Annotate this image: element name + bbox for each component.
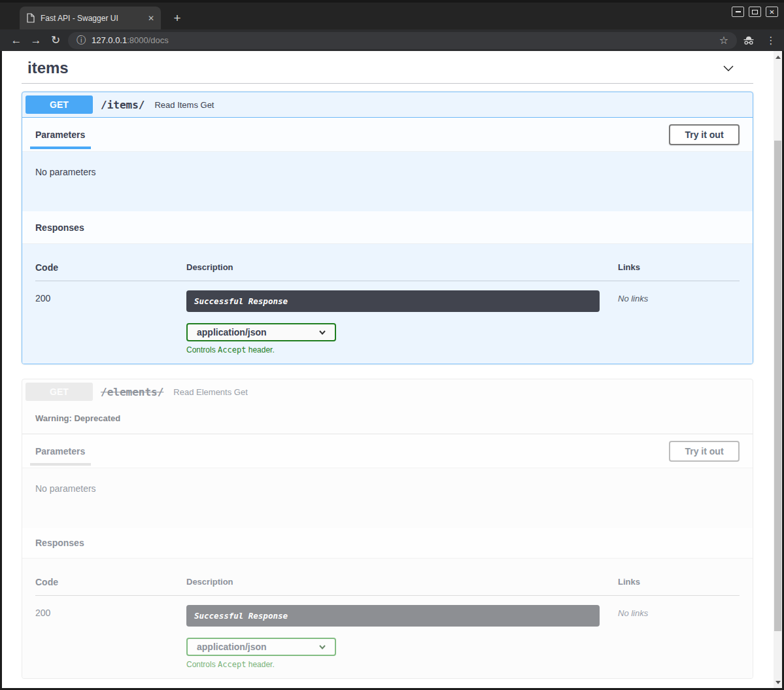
reload-icon[interactable]: ↻ [46, 35, 65, 46]
parameters-header: Parameters Try it out [22, 118, 753, 152]
response-links: No links [618, 605, 740, 618]
media-type-row: application/json Controls Accept header. [186, 638, 618, 669]
code-column-header: Code [35, 577, 186, 587]
chevron-down-icon [318, 642, 327, 651]
links-column-header: Links [618, 262, 740, 273]
url-host: 127.0.0.1 [92, 35, 127, 45]
controls-note-suffix: header. [246, 660, 274, 669]
try-it-out-button[interactable]: Try it out [669, 124, 740, 145]
media-type-value: application/json [197, 642, 267, 652]
no-parameters-text: No parameters [22, 468, 753, 528]
try-it-out-button[interactable]: Try it out [669, 441, 740, 462]
controls-note-accept: Accept [218, 345, 246, 354]
responses-title: Responses [35, 222, 84, 233]
page-content: items GET /items/ Read Items Get Paramet… [2, 51, 782, 688]
maximize-button[interactable] [749, 7, 761, 17]
controls-note-accept: Accept [218, 660, 246, 669]
minimize-icon [736, 11, 741, 12]
endpoint-path: /items/ [101, 99, 145, 111]
responses-title: Responses [35, 538, 84, 548]
parameters-tab-indicator [30, 147, 91, 149]
window-controls: ✕ [732, 7, 778, 17]
method-badge: GET [26, 95, 93, 114]
parameters-header: Parameters Try it out [22, 434, 753, 468]
code-column-header: Code [35, 262, 186, 273]
collapse-section-icon[interactable] [721, 60, 736, 76]
response-row: 200 Successful Response application/json [35, 596, 740, 669]
controls-accept-note: Controls Accept header. [186, 345, 618, 354]
controls-accept-note: Controls Accept header. [186, 660, 618, 669]
response-links: No links [618, 290, 740, 303]
browser-menu-icon[interactable]: ⋮ [764, 35, 777, 46]
response-code: 200 [35, 290, 186, 303]
parameters-title: Parameters [35, 446, 85, 457]
response-description: Successful Response [186, 605, 600, 627]
controls-note-suffix: header. [246, 345, 274, 354]
responses-table-header: Code Description Links [35, 253, 740, 281]
tab-close-icon[interactable]: ✕ [148, 14, 154, 23]
description-column-header: Description [186, 577, 618, 587]
response-description-cell: Successful Response application/json [186, 290, 618, 354]
responses-header: Responses [22, 211, 753, 244]
swagger-page: items GET /items/ Read Items Get Paramet… [2, 51, 774, 688]
tag-title: items [27, 59, 69, 77]
scrollbar-thumb[interactable] [774, 141, 781, 631]
opblock-get-items: GET /items/ Read Items Get Parameters Tr… [22, 92, 753, 364]
media-type-select[interactable]: application/json [186, 638, 336, 656]
response-description: Successful Response [186, 290, 600, 312]
url-path: :8000/docs [127, 35, 169, 45]
back-icon[interactable]: ← [7, 35, 26, 46]
media-type-row: application/json Controls Accept header. [186, 323, 618, 354]
responses-header: Responses [22, 528, 753, 559]
tag-divider [22, 83, 753, 84]
browser-toolbar: ← → ↻ ⓘ 127.0.0.1:8000/docs ☆ ⋮ [0, 29, 784, 51]
tab-title: Fast API - Swagger UI [41, 14, 142, 23]
response-description-cell: Successful Response application/json [186, 605, 618, 669]
parameters-tab-indicator [30, 463, 91, 466]
chevron-down-icon [318, 328, 327, 337]
endpoint-summary: Read Items Get [154, 100, 214, 110]
media-type-value: application/json [197, 327, 267, 337]
endpoint-summary: Read Elements Get [173, 387, 247, 397]
forward-icon[interactable]: → [26, 35, 46, 46]
page-scrollbar[interactable] [774, 51, 782, 688]
controls-note-prefix: Controls [186, 345, 218, 354]
incognito-icon [742, 35, 759, 46]
deprecated-warning: Warning: Deprecated [22, 403, 753, 434]
opblock-summary[interactable]: GET /items/ Read Items Get [22, 92, 753, 118]
url-bar[interactable]: ⓘ 127.0.0.1:8000/docs ☆ [68, 32, 737, 49]
responses-table-header: Code Description Links [35, 568, 740, 596]
no-parameters-text: No parameters [22, 152, 753, 211]
page-favicon-icon [26, 13, 35, 23]
minimize-button[interactable] [732, 7, 744, 17]
response-code: 200 [35, 605, 186, 618]
parameters-title: Parameters [35, 129, 85, 140]
new-tab-button[interactable]: + [169, 10, 186, 27]
url-text[interactable]: 127.0.0.1:8000/docs [92, 35, 169, 45]
bookmark-star-icon[interactable]: ☆ [719, 34, 728, 46]
scroll-down-arrow-icon[interactable] [774, 678, 782, 687]
browser-titlebar: Fast API - Swagger UI ✕ + ✕ [0, 0, 784, 29]
opblock-summary[interactable]: GET /elements/ Read Elements Get [22, 379, 753, 403]
responses-body: Code Description Links 200 Successful Re… [22, 244, 753, 364]
maximize-icon [752, 10, 758, 14]
controls-note-prefix: Controls [186, 660, 218, 669]
close-window-button[interactable]: ✕ [766, 7, 778, 17]
scroll-up-arrow-icon[interactable] [774, 52, 782, 61]
tag-section-header[interactable]: items [22, 52, 753, 77]
site-info-icon[interactable]: ⓘ [77, 35, 86, 46]
description-column-header: Description [186, 262, 618, 273]
links-column-header: Links [618, 577, 740, 587]
media-type-select[interactable]: application/json [186, 323, 336, 341]
responses-body: Code Description Links 200 Successful Re… [22, 559, 753, 678]
browser-tab[interactable]: Fast API - Swagger UI ✕ [20, 7, 161, 29]
endpoint-path: /elements/ [101, 386, 163, 398]
opblock-get-elements-deprecated: GET /elements/ Read Elements Get Warning… [22, 379, 753, 679]
method-badge: GET [26, 383, 93, 401]
response-row: 200 Successful Response application/json [35, 281, 740, 354]
